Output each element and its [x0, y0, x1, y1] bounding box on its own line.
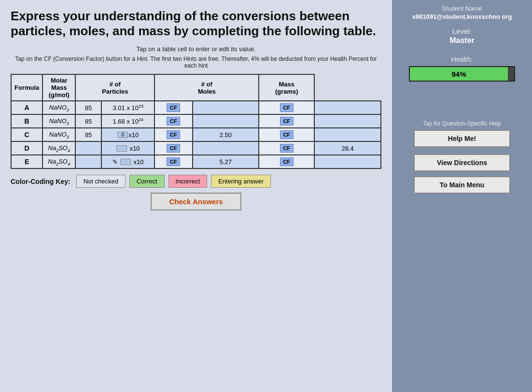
table-row: D Na2SO4 x10 CF CF 28.4 — [11, 141, 381, 155]
color-coding-label: Color-Coding Key: — [11, 178, 70, 185]
instruction1: Tap on a table cell to enter or edit its… — [11, 45, 381, 53]
moles-a[interactable] — [193, 101, 259, 114]
color-key-not-checked: Not checked — [76, 175, 126, 188]
molar-mass-a: 85 — [75, 101, 101, 114]
cf1-a[interactable]: CF — [154, 101, 192, 114]
table-row: A NaNO3 85 3.01 x 1023 CF CF — [11, 101, 381, 114]
row-label-b: B — [11, 114, 42, 128]
student-name-label: Student Name — [442, 5, 482, 12]
particles-b: 1.68 x 1024 — [101, 114, 154, 128]
table-row: E Na2SO4 ✎ x10 CF 5.27 CF — [11, 155, 381, 168]
row-label-d: D — [11, 141, 42, 155]
main-area: Express your understanding of the conver… — [0, 0, 392, 392]
formula-b: NaNO3 — [42, 114, 75, 128]
formula-d: Na2SO4 — [42, 141, 75, 155]
row-label-c: C — [11, 128, 42, 141]
particles-a: 3.01 x 1023 — [101, 101, 154, 114]
conversion-table: Formula Molar Mass(g/mol) # ofParticles … — [11, 74, 381, 169]
health-bar-fill: 94% — [410, 67, 508, 81]
to-main-menu-button[interactable]: To Main Menu — [414, 176, 510, 194]
molar-mass-e[interactable] — [75, 155, 101, 168]
student-email: s981091@student.knoxschoo org — [412, 13, 512, 20]
cf1-e[interactable]: CF — [154, 155, 192, 168]
cf2-d[interactable]: CF — [259, 141, 314, 155]
level-value: Master — [449, 36, 475, 45]
level-label: Level: — [452, 27, 472, 35]
formula-e: Na2SO4 — [42, 155, 75, 168]
col-header-moles: # ofMoles — [154, 74, 259, 101]
moles-b[interactable] — [193, 114, 259, 128]
molar-mass-b: 85 — [75, 114, 101, 128]
cf2-c[interactable]: CF — [259, 128, 314, 141]
row-label-e: E — [11, 155, 42, 168]
page-title: Express your understanding of the conver… — [11, 9, 381, 39]
particles-x10-d[interactable]: x10 — [101, 141, 154, 155]
mass-d: 28.4 — [314, 141, 381, 155]
mass-c[interactable] — [314, 128, 381, 141]
cf2-b[interactable]: CF — [259, 114, 314, 128]
help-me-button[interactable]: Help Me! — [414, 130, 510, 147]
color-key-correct: Correct — [129, 175, 165, 188]
col-header-molar-mass: Molar Mass(g/mol) — [42, 74, 75, 101]
cf1-b[interactable]: CF — [154, 114, 192, 128]
instruction2: Tap on the CF (Conversion Factor) button… — [11, 56, 381, 69]
check-answers-button[interactable]: Check Answers — [151, 193, 241, 210]
moles-d[interactable] — [193, 141, 259, 155]
particles-x10-c[interactable]: x10 — [101, 128, 154, 141]
formula-c: NaNO3 — [42, 128, 75, 141]
cf2-a[interactable]: CF — [259, 101, 314, 114]
mass-b[interactable] — [314, 114, 381, 128]
col-header-particles: # ofParticles — [75, 74, 154, 101]
health-label: Health: — [451, 56, 473, 63]
color-key-incorrect: Incorrect — [168, 175, 208, 188]
view-directions-button[interactable]: View Directions — [414, 154, 510, 171]
health-bar-container: 94% — [409, 66, 515, 82]
col-header-mass: Mass(grams) — [259, 74, 314, 101]
mass-e[interactable] — [314, 155, 381, 168]
molar-mass-c: 85 — [75, 128, 101, 141]
cf2-e[interactable]: CF — [259, 155, 314, 168]
table-row: B NaNO3 85 1.68 x 1024 CF CF — [11, 114, 381, 128]
sidebar: Student Name s981091@student.knoxschoo o… — [392, 0, 532, 392]
tap-help-label: Tap for Question-Specific Help — [423, 120, 501, 127]
row-label-a: A — [11, 101, 42, 114]
mass-a[interactable] — [314, 101, 381, 114]
cf1-d[interactable]: CF — [154, 141, 192, 155]
molar-mass-d[interactable] — [75, 141, 101, 155]
formula-a: NaNO3 — [42, 101, 75, 114]
particles-x10-e[interactable]: ✎ x10 — [101, 155, 154, 168]
table-row: C NaNO3 85 x10 CF 2.50 CF — [11, 128, 381, 141]
cf1-c[interactable]: CF — [154, 128, 192, 141]
moles-e: 5.27 — [193, 155, 259, 168]
moles-c: 2.50 — [193, 128, 259, 141]
health-pct: 94% — [452, 70, 466, 78]
color-key-entering: Entering answer — [211, 175, 271, 188]
col-header-formula: Formula — [11, 74, 42, 101]
